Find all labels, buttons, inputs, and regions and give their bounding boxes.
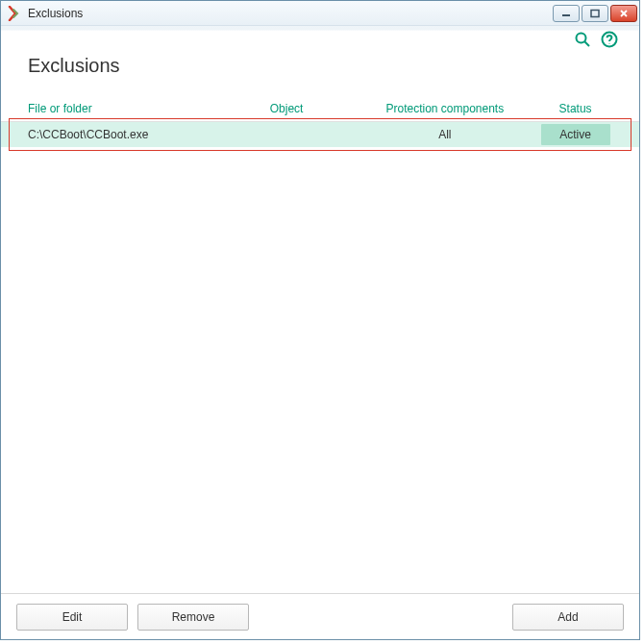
column-header-file[interactable]: File or folder xyxy=(28,102,270,115)
help-icon[interactable] xyxy=(601,31,618,48)
remove-button[interactable]: Remove xyxy=(137,604,249,631)
edit-button[interactable]: Edit xyxy=(16,604,128,631)
table-header: File or folder Object Protection compone… xyxy=(1,102,639,122)
status-badge: Active xyxy=(541,124,610,145)
cell-protection: All xyxy=(358,128,533,141)
maximize-button[interactable] xyxy=(582,5,608,22)
minimize-button[interactable] xyxy=(553,5,580,22)
cell-status: Active xyxy=(533,124,618,145)
column-header-status[interactable]: Status xyxy=(533,102,618,115)
cell-protection-value: All xyxy=(438,128,451,141)
svg-point-7 xyxy=(609,43,610,44)
svg-rect-1 xyxy=(591,10,599,16)
column-header-object[interactable]: Object xyxy=(270,102,358,115)
page-heading: Exclusions xyxy=(1,53,639,102)
close-button[interactable] xyxy=(610,5,637,22)
add-button[interactable]: Add xyxy=(512,604,624,631)
titlebar: Exclusions xyxy=(1,1,639,26)
footer: Edit Remove Add xyxy=(1,593,639,639)
toolbar xyxy=(1,26,639,53)
window-controls xyxy=(553,5,637,22)
search-icon[interactable] xyxy=(574,31,591,48)
column-header-protection[interactable]: Protection components xyxy=(358,102,533,115)
table-row[interactable]: C:\CCBoot\CCBoot.exe All Active xyxy=(1,122,639,147)
window: Exclusions xyxy=(0,0,640,640)
svg-point-4 xyxy=(577,34,586,43)
window-title: Exclusions xyxy=(28,7,83,20)
svg-line-5 xyxy=(585,42,590,47)
app-icon xyxy=(7,6,22,21)
table-body: C:\CCBoot\CCBoot.exe All Active xyxy=(1,122,639,147)
cell-file: C:\CCBoot\CCBoot.exe xyxy=(28,128,270,141)
